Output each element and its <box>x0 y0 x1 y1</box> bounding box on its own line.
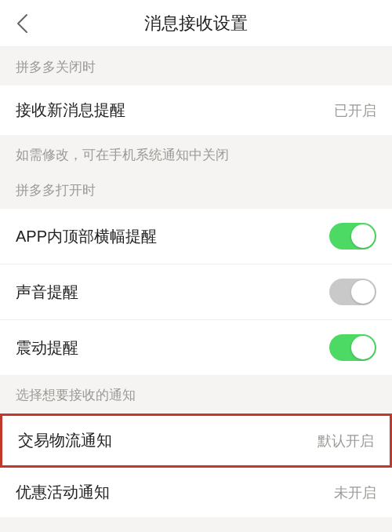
section-hint: 如需修改，可在手机系统通知中关闭 <box>0 135 392 173</box>
header: 消息接收设置 <box>0 0 392 47</box>
row-banner-alert: APP内顶部横幅提醒 <box>0 209 392 264</box>
toggle-vibrate[interactable] <box>329 334 376 361</box>
highlight-box: 交易物流通知 默认开启 <box>0 414 392 468</box>
row-status: 默认开启 <box>318 432 374 450</box>
row-status: 未开启 <box>334 483 376 502</box>
section-label-open: 拼多多打开时 <box>0 173 392 209</box>
row-vibrate-alert: 震动提醒 <box>0 320 392 375</box>
row-label: 交易物流通知 <box>18 430 112 451</box>
row-label: 声音提醒 <box>16 282 78 303</box>
row-label: 优惠活动通知 <box>16 482 110 503</box>
chevron-left-icon <box>15 13 29 35</box>
toggle-banner[interactable] <box>329 223 376 250</box>
row-new-message-alert[interactable]: 接收新消息提醒 已开启 <box>0 86 392 135</box>
row-label: 震动提醒 <box>16 337 78 359</box>
row-trade-logistics[interactable]: 交易物流通知 默认开启 <box>2 416 390 465</box>
toggle-sound[interactable] <box>329 279 376 305</box>
row-label: 接收新消息提醒 <box>16 100 125 121</box>
back-button[interactable] <box>9 11 34 36</box>
row-sound-alert: 声音提醒 <box>0 264 392 320</box>
row-status: 已开启 <box>334 101 376 120</box>
section-label-choose: 选择想要接收的通知 <box>0 375 392 414</box>
row-promo-activity[interactable]: 优惠活动通知 未开启 <box>0 468 392 517</box>
page-title: 消息接收设置 <box>0 12 392 35</box>
row-label: APP内顶部横幅提醒 <box>16 226 157 247</box>
section-label-closed: 拼多多关闭时 <box>0 47 392 86</box>
